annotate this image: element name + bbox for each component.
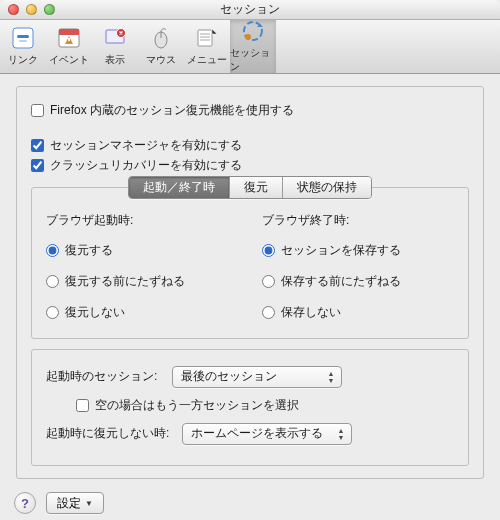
no-restore-select[interactable]: ホームページを表示する ▲▼ [182, 423, 352, 445]
close-button[interactable] [8, 4, 19, 15]
svg-rect-4 [59, 29, 79, 35]
radio-input[interactable] [262, 244, 275, 257]
startup-radio-group: ブラウザ起動時: 復元する 復元する前にたずねる 復元しない [46, 212, 238, 324]
radio-label: セッションを保存する [281, 242, 401, 259]
chevron-down-icon: ▼ [85, 499, 93, 508]
settings-menu-button[interactable]: 設定 ▼ [46, 492, 104, 514]
radio-input[interactable] [46, 275, 59, 288]
link-icon [10, 25, 36, 51]
toolbar-item-session[interactable]: セッション [230, 20, 276, 73]
shutdown-none[interactable]: 保存しない [262, 304, 454, 321]
menu-icon [194, 25, 220, 51]
mouse-icon [148, 25, 174, 51]
svg-rect-11 [198, 30, 212, 46]
radio-label: 復元する [65, 242, 113, 259]
checkbox-input[interactable] [31, 159, 44, 172]
shutdown-save[interactable]: セッションを保存する [262, 242, 454, 259]
radio-label: 保存する前にたずねる [281, 273, 401, 290]
button-label: 設定 [57, 496, 81, 511]
shutdown-radio-group: ブラウザ終了時: セッションを保存する 保存する前にたずねる 保存しない [262, 212, 454, 324]
display-icon [102, 25, 128, 51]
radio-label: 保存しない [281, 304, 341, 321]
enable-session-manager-checkbox[interactable]: セッションマネージャを有効にする [31, 137, 469, 154]
footer: ? 設定 ▼ [0, 487, 500, 520]
radio-label: 復元しない [65, 304, 125, 321]
startup-title: ブラウザ起動時: [46, 212, 238, 229]
radio-input[interactable] [262, 306, 275, 319]
svg-rect-6 [68, 38, 70, 41]
zoom-button[interactable] [44, 4, 55, 15]
toolbar-item-menu[interactable]: メニュー [184, 20, 230, 73]
window-title: セッション [0, 1, 500, 18]
toolbar: リンク イベント 表示 マウス メニュー [0, 20, 500, 74]
titlebar: セッション [0, 0, 500, 20]
startup-shutdown-group: 起動／終了時 復元 状態の保持 ブラウザ起動時: 復元する [31, 187, 469, 339]
top-options-group: Firefox 内蔵のセッション復元機能を使用する セッションマネージャを有効に… [16, 86, 484, 479]
startup-session-select[interactable]: 最後のセッション ▲▼ [172, 366, 342, 388]
svg-point-18 [245, 34, 251, 40]
calendar-alert-icon [56, 25, 82, 51]
tab-restore[interactable]: 復元 [230, 177, 283, 198]
toolbar-item-mouse[interactable]: マウス [138, 20, 184, 73]
checkbox-input[interactable] [31, 104, 44, 117]
enable-crash-recovery-checkbox[interactable]: クラッシュリカバリーを有効にする [31, 157, 469, 174]
toolbar-label: イベント [49, 53, 89, 67]
help-button[interactable]: ? [14, 492, 36, 514]
updown-icon: ▲▼ [335, 426, 347, 442]
toolbar-label: セッション [230, 46, 276, 74]
select-value: 最後のセッション [181, 368, 277, 385]
shutdown-title: ブラウザ終了時: [262, 212, 454, 229]
checkbox-label: クラッシュリカバリーを有効にする [50, 157, 242, 174]
toolbar-label: リンク [8, 53, 38, 67]
checkbox-input[interactable] [76, 399, 89, 412]
use-firefox-builtin-checkbox[interactable]: Firefox 内蔵のセッション復元機能を使用する [31, 102, 469, 119]
toolbar-item-links[interactable]: リンク [0, 20, 46, 73]
preferences-window: セッション リンク イベント 表示 マウス [0, 0, 500, 520]
startup-restore[interactable]: 復元する [46, 242, 238, 259]
checkbox-label: セッションマネージャを有効にする [50, 137, 242, 154]
empty-fallback-checkbox[interactable]: 空の場合はもう一方セッションを選択 [76, 397, 299, 414]
select-value: ホームページを表示する [191, 425, 323, 442]
radio-label: 復元する前にたずねる [65, 273, 185, 290]
svg-marker-15 [212, 29, 217, 34]
checkbox-label: 空の場合はもう一方セッションを選択 [95, 397, 299, 414]
toolbar-item-display[interactable]: 表示 [92, 20, 138, 73]
checkbox-label: Firefox 内蔵のセッション復元機能を使用する [50, 102, 294, 119]
checkbox-input[interactable] [31, 139, 44, 152]
svg-rect-1 [17, 35, 29, 38]
tab-startup-shutdown[interactable]: 起動／終了時 [129, 177, 230, 198]
content-area: Firefox 内蔵のセッション復元機能を使用する セッションマネージャを有効に… [0, 74, 500, 487]
toolbar-label: マウス [146, 53, 176, 67]
startup-session-label: 起動時のセッション: [46, 368, 164, 385]
svg-rect-2 [19, 40, 27, 42]
radio-input[interactable] [46, 244, 59, 257]
toolbar-item-events[interactable]: イベント [46, 20, 92, 73]
session-icon [240, 18, 266, 44]
toolbar-label: 表示 [105, 53, 125, 67]
radio-input[interactable] [262, 275, 275, 288]
subtab-segmented-control: 起動／終了時 復元 状態の保持 [128, 176, 372, 199]
tab-state[interactable]: 状態の保持 [283, 177, 371, 198]
updown-icon: ▲▼ [325, 369, 337, 385]
radio-input[interactable] [46, 306, 59, 319]
toolbar-label: メニュー [187, 53, 227, 67]
startup-ask[interactable]: 復元する前にたずねる [46, 273, 238, 290]
shutdown-ask[interactable]: 保存する前にたずねる [262, 273, 454, 290]
traffic-lights [8, 4, 55, 15]
minimize-button[interactable] [26, 4, 37, 15]
startup-none[interactable]: 復元しない [46, 304, 238, 321]
question-icon: ? [21, 496, 29, 511]
no-restore-label: 起動時に復元しない時: [46, 425, 174, 442]
session-selection-group: 起動時のセッション: 最後のセッション ▲▼ 空の場合はもう一方セッションを選択… [31, 349, 469, 466]
